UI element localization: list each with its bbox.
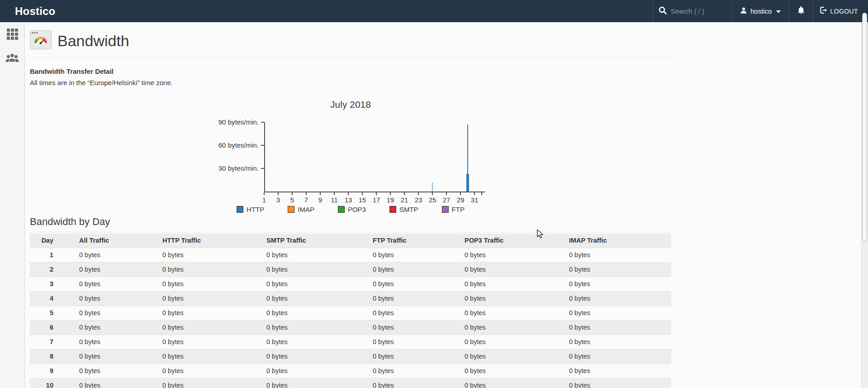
traffic-cell: 0 bytes bbox=[465, 248, 569, 263]
traffic-cell: 0 bytes bbox=[266, 335, 373, 350]
table-row: 100 bytes0 bytes0 bytes0 bytes0 bytes0 b… bbox=[30, 378, 671, 388]
traffic-cell: 0 bytes bbox=[79, 321, 162, 335]
day-cell: 4 bbox=[30, 292, 79, 306]
legend-swatch-icon bbox=[288, 206, 294, 213]
scrollbar-thumb[interactable] bbox=[862, 13, 867, 241]
sidebar bbox=[0, 22, 25, 388]
y-tick bbox=[261, 122, 264, 123]
traffic-cell: 0 bytes bbox=[79, 364, 162, 378]
table-row: 80 bytes0 bytes0 bytes0 bytes0 bytes0 by… bbox=[30, 350, 671, 364]
brand-logo[interactable]: Hostico bbox=[0, 5, 55, 18]
table-row: 10 bytes0 bytes0 bytes0 bytes0 bytes0 by… bbox=[30, 248, 671, 263]
day-cell: 10 bbox=[30, 378, 79, 388]
page-title: Bandwidth bbox=[57, 32, 129, 50]
column-header: Day bbox=[30, 234, 79, 248]
x-tick-label: 9 bbox=[314, 196, 327, 204]
sidebar-item-apps-grid[interactable] bbox=[5, 29, 19, 41]
search-icon bbox=[659, 6, 667, 16]
traffic-cell: 0 bytes bbox=[569, 321, 671, 335]
table-header-row: DayAll TrafficHTTP TrafficSMTP TrafficFT… bbox=[30, 234, 671, 248]
legend-label: IMAP bbox=[298, 206, 314, 213]
legend-item-ftp: FTP bbox=[442, 206, 465, 213]
day-cell: 9 bbox=[30, 364, 79, 378]
notifications-button[interactable] bbox=[789, 0, 813, 22]
x-tick bbox=[460, 192, 461, 195]
traffic-cell: 0 bytes bbox=[465, 306, 569, 321]
chevron-down-icon bbox=[776, 10, 781, 13]
day-cell: 5 bbox=[30, 306, 79, 321]
traffic-cell: 0 bytes bbox=[266, 378, 373, 388]
traffic-cell: 0 bytes bbox=[162, 335, 266, 350]
table-row: 40 bytes0 bytes0 bytes0 bytes0 bytes0 by… bbox=[30, 292, 671, 306]
search-input[interactable] bbox=[671, 7, 721, 15]
bell-icon bbox=[797, 6, 805, 16]
x-tick-label: 3 bbox=[272, 196, 285, 204]
traffic-cell: 0 bytes bbox=[79, 292, 162, 306]
page-header: Bandwidth bbox=[30, 22, 671, 57]
traffic-cell: 0 bytes bbox=[79, 335, 162, 350]
traffic-cell: 0 bytes bbox=[569, 277, 671, 292]
logout-button[interactable]: LOGOUT bbox=[813, 0, 868, 22]
bandwidth-table-body: 10 bytes0 bytes0 bytes0 bytes0 bytes0 by… bbox=[30, 248, 671, 388]
x-tick-label: 13 bbox=[342, 196, 355, 204]
x-tick bbox=[306, 192, 307, 195]
traffic-cell: 0 bytes bbox=[79, 277, 162, 292]
transfer-detail-section: Bandwidth Transfer Detail All times are … bbox=[30, 67, 671, 86]
logout-label: LOGOUT bbox=[830, 8, 858, 15]
day-cell: 3 bbox=[30, 277, 79, 292]
sidebar-item-user-group[interactable] bbox=[5, 52, 19, 65]
x-tick-label: 21 bbox=[398, 196, 411, 204]
legend-item-http: HTTP bbox=[237, 206, 264, 213]
chart-bar-http bbox=[466, 174, 469, 192]
x-tick-label: 5 bbox=[286, 196, 299, 204]
chart-title: July 2018 bbox=[30, 99, 671, 110]
y-tick-label: 30 bytes/min. bbox=[30, 165, 259, 172]
x-tick bbox=[278, 192, 279, 195]
traffic-cell: 0 bytes bbox=[373, 350, 465, 364]
traffic-cell: 0 bytes bbox=[162, 378, 266, 388]
legend-item-imap: IMAP bbox=[288, 206, 314, 213]
traffic-cell: 0 bytes bbox=[373, 321, 465, 335]
column-header: IMAP Traffic bbox=[569, 234, 671, 248]
traffic-cell: 0 bytes bbox=[79, 263, 162, 277]
legend-swatch-icon bbox=[389, 206, 396, 213]
day-cell: 1 bbox=[30, 248, 79, 263]
traffic-cell: 0 bytes bbox=[266, 364, 373, 378]
cpanel-bandwidth-page: Hostico hostico bbox=[0, 0, 868, 388]
traffic-cell: 0 bytes bbox=[162, 306, 266, 321]
traffic-cell: 0 bytes bbox=[569, 335, 671, 350]
legend-swatch-icon bbox=[442, 206, 449, 213]
traffic-cell: 0 bytes bbox=[569, 350, 671, 364]
y-tick bbox=[261, 168, 264, 169]
user-icon bbox=[740, 7, 747, 16]
table-row: 90 bytes0 bytes0 bytes0 bytes0 bytes0 by… bbox=[30, 364, 671, 378]
legend-label: SMTP bbox=[399, 206, 418, 213]
day-cell: 8 bbox=[30, 350, 79, 364]
column-header: HTTP Traffic bbox=[162, 234, 266, 248]
x-tick bbox=[390, 192, 391, 195]
x-tick-label: 19 bbox=[384, 196, 397, 204]
traffic-cell: 0 bytes bbox=[569, 292, 671, 306]
legend-swatch-icon bbox=[338, 206, 345, 213]
traffic-cell: 0 bytes bbox=[465, 321, 569, 335]
legend-label: HTTP bbox=[247, 206, 264, 213]
traffic-cell: 0 bytes bbox=[465, 277, 569, 292]
x-tick-label: 29 bbox=[454, 196, 467, 204]
table-row: 30 bytes0 bytes0 bytes0 bytes0 bytes0 by… bbox=[30, 277, 671, 292]
legend-swatch-icon bbox=[237, 206, 243, 213]
traffic-cell: 0 bytes bbox=[465, 292, 569, 306]
x-tick-label: 27 bbox=[440, 196, 453, 204]
search-box[interactable] bbox=[653, 0, 731, 22]
traffic-cell: 0 bytes bbox=[162, 292, 266, 306]
traffic-cell: 0 bytes bbox=[373, 292, 465, 306]
traffic-cell: 0 bytes bbox=[162, 277, 266, 292]
x-tick-label: 1 bbox=[258, 196, 270, 204]
table-row: 20 bytes0 bytes0 bytes0 bytes0 bytes0 by… bbox=[30, 263, 671, 277]
chart-x-axis bbox=[264, 192, 485, 192]
x-tick-label: 17 bbox=[370, 196, 383, 204]
x-tick-label: 31 bbox=[468, 196, 481, 204]
timezone-note: All times are in the “Europe/Helsinki” t… bbox=[30, 79, 671, 86]
traffic-cell: 0 bytes bbox=[162, 248, 266, 263]
traffic-cell: 0 bytes bbox=[79, 306, 162, 321]
user-menu[interactable]: hostico bbox=[731, 0, 789, 22]
